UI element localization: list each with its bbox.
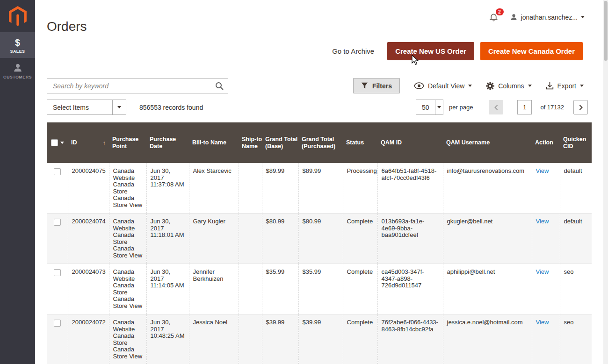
view-dropdown[interactable]: Default View	[414, 82, 472, 90]
cell-qam-username: jessica.e.noel@hotmail.com	[443, 314, 532, 364]
notification-badge: 2	[496, 8, 504, 15]
view-link[interactable]: View	[536, 319, 549, 326]
column-header-purchase-point[interactable]: Purchase Point	[109, 122, 146, 163]
grid-controls: Select Items 856553 records found 50 per…	[47, 100, 588, 115]
sales-dollar-icon: $	[1, 37, 34, 48]
prev-page-button[interactable]	[489, 100, 503, 114]
view-label: Default View	[428, 82, 464, 90]
user-menu[interactable]: jonathan.sanchez...	[510, 13, 585, 21]
column-header-qam-id[interactable]: QAM ID	[377, 122, 443, 163]
sidebar-item-customers[interactable]: CUSTOMERS	[0, 58, 35, 84]
search-box	[47, 78, 228, 93]
search-input[interactable]	[47, 78, 228, 93]
magento-logo[interactable]	[0, 0, 35, 32]
row-checkbox[interactable]	[54, 219, 61, 226]
cell-purchase-date: Jun 30, 2017 11:14:05 AM	[146, 264, 189, 314]
select-all-header[interactable]	[47, 122, 68, 163]
go-to-archive-link[interactable]: Go to Archive	[332, 47, 374, 55]
view-link[interactable]: View	[536, 268, 549, 275]
page-title: Orders	[47, 19, 87, 34]
table-row[interactable]: 2000024074 Canada Website Canada Store C…	[47, 214, 592, 264]
customers-icon	[1, 63, 34, 74]
page-input[interactable]	[517, 100, 532, 114]
pagination: 50 per page of 17132	[416, 100, 588, 115]
select-items-caret	[112, 100, 126, 114]
create-canada-order-button[interactable]: Create New Canada Order	[480, 42, 583, 60]
column-header-quicken-cid[interactable]: Quicken CID	[560, 122, 592, 163]
column-header-action[interactable]: Action	[532, 122, 560, 163]
scrollbar-thumb[interactable]	[604, 1, 608, 61]
cell-quicken-cid: seo	[560, 314, 592, 364]
column-header-qam-username[interactable]: QAM Username	[443, 122, 532, 163]
column-header-grand-total-purchased[interactable]: Grand Total (Purchased)	[298, 122, 343, 163]
records-count: 856553 records found	[139, 104, 203, 111]
row-checkbox[interactable]	[54, 320, 61, 327]
column-header-status[interactable]: Status	[343, 122, 377, 163]
filters-label: Filters	[372, 82, 392, 90]
table-row[interactable]: 2000024072 Canada Website Canada Store C…	[47, 314, 592, 364]
view-link[interactable]: View	[536, 218, 549, 225]
table-row[interactable]: 2000024073 Canada Website Canada Store C…	[47, 264, 592, 314]
cell-purchase-date: Jun 30, 2017 11:37:08 AM	[146, 163, 189, 214]
select-all-checkbox[interactable]	[51, 139, 58, 146]
sidebar-item-sales[interactable]: $ SALES	[0, 32, 35, 58]
cell-purchase-date: Jun 30, 2017 10:48:25 AM	[146, 314, 189, 364]
sidebar-item-label: SALES	[1, 49, 34, 54]
export-label: Export	[557, 82, 576, 90]
cell-quicken-cid: seo	[560, 264, 592, 314]
cell-status: Complete	[343, 264, 377, 314]
cell-action: View	[532, 314, 560, 364]
row-checkbox[interactable]	[54, 168, 61, 175]
cell-purchase-point: Canada Website Canada Store Canada Store…	[109, 264, 146, 314]
columns-dropdown[interactable]: Columns	[486, 82, 531, 90]
column-header-bill-to[interactable]: Bill-to Name	[189, 122, 239, 163]
cell-status: Complete	[343, 314, 377, 364]
next-page-button[interactable]	[573, 100, 588, 114]
header-right: 2 jonathan.sanchez...	[489, 12, 585, 22]
select-options-caret-icon[interactable]	[60, 142, 64, 144]
view-link[interactable]: View	[536, 167, 549, 174]
cell-qam-username: gkugler@bell.net	[443, 214, 532, 264]
export-icon	[546, 82, 554, 90]
grid-header-row: ID↑ Purchase Point Purchase Date Bill-to…	[47, 122, 592, 163]
per-page-caret	[435, 100, 443, 114]
user-menu-caret-icon	[581, 16, 585, 18]
column-header-grand-total-base[interactable]: Grand Total (Base)	[262, 122, 298, 163]
cell-bill-to: Jennifer Berkhuizen	[189, 264, 239, 314]
per-page-dropdown[interactable]: 50	[416, 100, 443, 115]
cell-ship-to	[239, 314, 262, 364]
cell-qam-id: 6a64fb51-fa8f-4518-afcf-70cc0edf43f6	[377, 163, 443, 214]
table-row[interactable]: 2000024075 Canada Website Canada Store C…	[47, 163, 592, 214]
column-header-purchase-date[interactable]: Purchase Date	[146, 122, 189, 163]
page-actions: Go to Archive Create New US Order Create…	[47, 42, 583, 60]
column-header-ship-to[interactable]: Ship-to Name	[239, 122, 262, 163]
filters-button[interactable]: Filters	[353, 78, 400, 93]
row-checkbox[interactable]	[54, 269, 61, 276]
sort-asc-icon: ↑	[103, 139, 106, 146]
cell-bill-to: Gary Kugler	[189, 214, 239, 264]
username: jonathan.sanchez...	[521, 14, 578, 21]
cell-grand-total-base: $80.99	[262, 214, 298, 264]
search-icon[interactable]	[215, 81, 224, 93]
cell-grand-total-base: $35.99	[262, 264, 298, 314]
notifications-button[interactable]: 2	[489, 12, 499, 22]
view-caret-icon	[468, 85, 472, 87]
scrollbar[interactable]	[603, 0, 608, 364]
cell-qam-username: info@taurusrenovations.com	[443, 163, 532, 214]
per-page-label: per page	[449, 104, 473, 111]
select-items-dropdown[interactable]: Select Items	[47, 100, 126, 115]
cell-bill-to: Jessica Noel	[189, 314, 239, 364]
cell-action: View	[532, 163, 560, 214]
cell-ship-to	[239, 163, 262, 214]
cell-purchase-point: Canada Website Canada Store Canada Store…	[109, 214, 146, 264]
cell-grand-total-purchased: $89.99	[298, 163, 343, 214]
create-us-order-button[interactable]: Create New US Order	[387, 42, 474, 60]
cell-status: Complete	[343, 214, 377, 264]
cell-purchase-date: Jun 30, 2017 11:18:01 AM	[146, 214, 189, 264]
export-caret-icon	[580, 85, 584, 87]
cell-grand-total-base: $89.99	[262, 163, 298, 214]
cell-quicken-cid: default	[560, 163, 592, 214]
cell-quicken-cid: default	[560, 214, 592, 264]
export-dropdown[interactable]: Export	[546, 82, 584, 90]
column-header-id[interactable]: ID↑	[68, 122, 109, 163]
